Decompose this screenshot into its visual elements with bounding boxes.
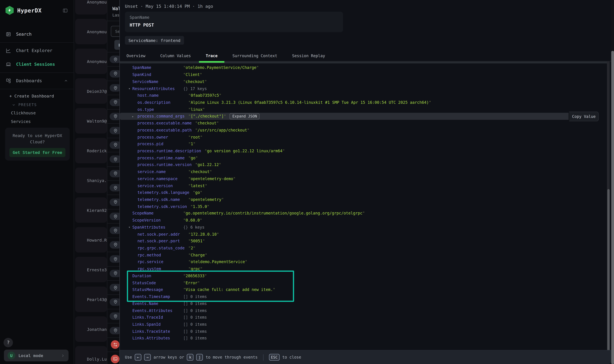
session-card[interactable]: Shaniya.Sc	[75, 168, 107, 193]
tab-column-values[interactable]: Column Values	[160, 50, 191, 61]
window-scrollbar[interactable]	[611, 0, 614, 364]
session-event-row[interactable]	[107, 252, 121, 266]
preset-item-services[interactable]: Services	[0, 117, 74, 126]
session-event-row[interactable]	[107, 152, 121, 166]
session-event-row[interactable]	[107, 123, 121, 138]
attribute-row-process.runtime.version[interactable]: process.runtime.version"go1.22.12"	[120, 161, 608, 168]
session-card[interactable]: Walton9@ho	[75, 108, 107, 133]
collapse-caret-icon[interactable]: ▾	[129, 226, 131, 229]
tab-session-replay[interactable]: Session Replay	[292, 50, 325, 61]
sidebar-item-search[interactable]: Search	[0, 27, 74, 41]
attribute-row-os.type[interactable]: os.type"linux"	[120, 106, 608, 113]
session-card[interactable]: Jonathan.B	[75, 316, 107, 342]
attribute-row-ResourceAttributes[interactable]: ▾ResourceAttributes{} 17 keys	[120, 85, 608, 92]
expand-caret-icon[interactable]: ▸	[132, 115, 134, 118]
session-event-row[interactable]	[107, 66, 121, 81]
attribute-row-service.name[interactable]: service.name"checkout"	[120, 168, 608, 175]
attribute-row-rpc.service[interactable]: rpc.service"oteldemo.PaymentService"	[120, 259, 608, 265]
scrollbar-thumb[interactable]	[607, 189, 610, 351]
attribute-row-telemetry.sdk.name[interactable]: telemetry.sdk.name"opentelemetry"	[120, 196, 608, 203]
attribute-row-telemetry.sdk.version[interactable]: telemetry.sdk.version"1.35.0"	[120, 203, 608, 210]
get-started-button[interactable]: Get Started for Free	[10, 148, 65, 157]
session-event-row[interactable]	[107, 166, 121, 181]
attribute-row-ScopeVersion[interactable]: ScopeVersion"0.60.0"	[120, 217, 608, 224]
session-event-row[interactable]	[107, 237, 121, 252]
collapse-caret-icon[interactable]: ▾	[129, 87, 131, 90]
attribute-row-Duration[interactable]: Duration"28656333"	[120, 272, 608, 279]
sidebar-item-dashboards[interactable]: Dashboards	[0, 74, 74, 88]
tab-surrounding-context[interactable]: Surrounding Context	[232, 50, 277, 61]
attribute-row-telemetry.sdk.language[interactable]: telemetry.sdk.language"go"	[120, 189, 608, 196]
collapse-sidebar-icon[interactable]	[62, 8, 68, 13]
session-event-row[interactable]	[107, 323, 121, 337]
session-event-row[interactable]	[107, 181, 121, 195]
attribute-row-Events.Timestamp[interactable]: Events.Timestamp[] 0 items	[120, 293, 608, 300]
sidebar-item-chart-explorer[interactable]: Chart Explorer	[0, 44, 74, 58]
attribute-row-ScopeName[interactable]: ScopeName"go.opentelemetry.io/contrib/in…	[120, 210, 608, 217]
attribute-row-process.owner[interactable]: process.owner"root"	[120, 134, 608, 141]
attribute-row-host.name[interactable]: host.name"0faab73597c5"	[120, 92, 608, 99]
session-event-row[interactable]	[107, 52, 121, 66]
attribute-row-Links.TraceId[interactable]: Links.TraceId[] 0 items	[120, 314, 608, 321]
attribute-row-net.sock.peer.addr[interactable]: net.sock.peer.addr"172.28.0.10"	[120, 231, 608, 238]
attribute-row-Links.SpanId[interactable]: Links.SpanId[] 0 items	[120, 321, 608, 328]
session-card[interactable]: Anonymous	[75, 0, 107, 14]
session-event-row[interactable]	[107, 223, 121, 237]
session-card[interactable]: Kieran92@h	[75, 197, 107, 223]
window-scrollbar-thumb[interactable]	[611, 51, 614, 364]
session-card[interactable]: Howard.Run	[75, 227, 107, 253]
session-event-row[interactable]	[107, 109, 121, 123]
attribute-row-os.description[interactable]: os.description"Alpine Linux 3.21.3 (Linu…	[120, 99, 608, 106]
session-card[interactable]: Dolly.Lubo	[75, 346, 107, 364]
attribute-row-rpc.system[interactable]: rpc.system"grpc"	[120, 265, 608, 272]
local-mode-switcher[interactable]: U Local mode	[4, 350, 68, 361]
service-name-chip[interactable]: ServiceName: frontend	[125, 36, 184, 45]
attribute-row-process.pid[interactable]: process.pid"1"	[120, 141, 608, 147]
attribute-row-process.runtime.name[interactable]: process.runtime.name"go"	[120, 155, 608, 161]
session-card[interactable]: Deion37@gm	[75, 78, 107, 104]
sidebar-item-client-sessions[interactable]: Client Sessions	[0, 58, 74, 71]
session-card[interactable]: Roderick_S	[75, 138, 107, 163]
session-card[interactable]: Pearl43@ho	[75, 286, 107, 312]
session-event-row[interactable]	[107, 95, 121, 109]
create-dashboard-button[interactable]: + Create Dashboard	[0, 91, 74, 101]
attribute-row-SpanAttributes[interactable]: ▾SpanAttributes{} 6 keys	[120, 224, 608, 231]
attribute-row-Links.TraceState[interactable]: Links.TraceState[] 0 items	[120, 328, 608, 335]
session-event-row[interactable]	[107, 309, 121, 323]
attribute-row-StatusCode[interactable]: StatusCode"Error"	[120, 279, 608, 286]
session-event-row[interactable]	[107, 81, 121, 95]
tab-trace[interactable]: Trace	[206, 50, 218, 61]
session-card[interactable]: Ernesto33@	[75, 257, 107, 282]
presets-header[interactable]: PRESETS	[0, 101, 74, 108]
attribute-row-ServiceName[interactable]: ServiceName"checkout"	[120, 78, 608, 85]
session-event-row[interactable]	[107, 280, 121, 295]
attribute-row-rpc.grpc.status_code[interactable]: rpc.grpc.status_code"2"	[120, 245, 608, 251]
session-card[interactable]: Anonymous	[75, 19, 107, 44]
attribute-row-Links.Attributes[interactable]: Links.Attributes[] 0 items	[120, 335, 608, 342]
attribute-row-StatusMessage[interactable]: StatusMessage"Visa cache full: cannot ad…	[120, 286, 608, 293]
attribute-row-process.executable.path[interactable]: process.executable.path"/usr/src/app/che…	[120, 127, 608, 133]
session-event-row[interactable]	[107, 295, 121, 309]
attribute-row-Events.Attributes[interactable]: Events.Attributes[] 0 items	[120, 307, 608, 314]
attribute-row-SpanName[interactable]: SpanName"oteldemo.PaymentService/Charge"	[120, 64, 608, 71]
session-event-row[interactable]	[107, 209, 121, 223]
session-card[interactable]: Anonymous	[75, 49, 107, 74]
session-event-row[interactable]	[107, 138, 121, 152]
session-event-row[interactable]	[107, 352, 121, 364]
attributes-scrollbar[interactable]	[607, 62, 610, 350]
attribute-row-service.namespace[interactable]: service.namespace"opentelemetry-demo"	[120, 175, 608, 182]
attribute-row-process.runtime.description[interactable]: process.runtime.description"go version g…	[120, 147, 608, 155]
tab-overview[interactable]: Overview	[127, 50, 145, 61]
attribute-row-process.executable.name[interactable]: process.executable.name"checkout"	[120, 120, 608, 127]
session-event-row[interactable]	[107, 338, 121, 352]
help-button[interactable]: ?	[3, 338, 13, 347]
session-event-row[interactable]	[107, 195, 121, 209]
attribute-row-Events.Name[interactable]: Events.Name[] 0 items	[120, 300, 608, 307]
attribute-row-process.command_args[interactable]: ▸process.command_args"["./checkout"]"Exp…	[120, 113, 569, 120]
session-event-row[interactable]	[107, 266, 121, 280]
attribute-row-service.version[interactable]: service.version"latest"	[120, 182, 608, 189]
attribute-row-SpanKind[interactable]: SpanKind"Client"	[120, 71, 608, 78]
preset-item-clickhouse[interactable]: Clickhouse	[0, 108, 74, 117]
attribute-row-net.sock.peer.port[interactable]: net.sock.peer.port"50051"	[120, 238, 608, 245]
attribute-row-rpc.method[interactable]: rpc.method"Charge"	[120, 251, 608, 259]
